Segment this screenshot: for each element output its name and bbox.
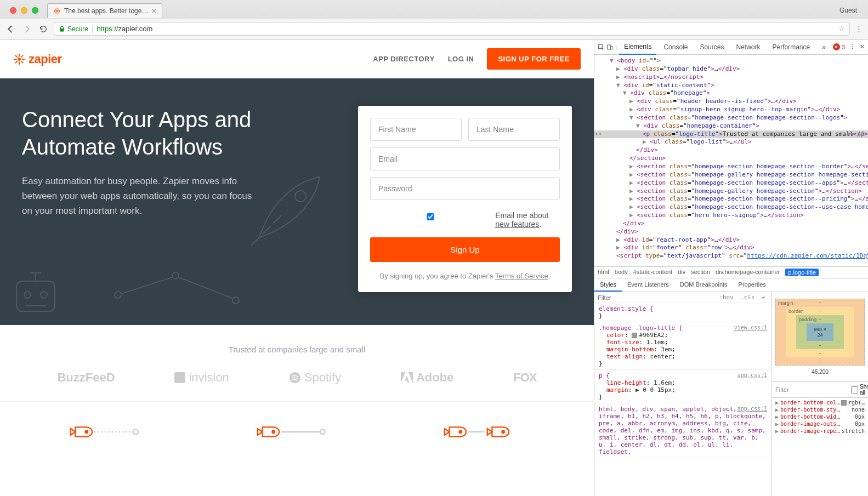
breadcrumb-item[interactable]: div.homepage-container: [716, 269, 780, 276]
close-window-button[interactable]: [10, 7, 16, 14]
devtools-tab-console[interactable]: Console: [659, 40, 693, 54]
styles-pane[interactable]: :hov .cls + element.style {} view.css:1.…: [594, 292, 772, 496]
dom-node[interactable]: ▶ <div class="header header--is-fixed">……: [594, 98, 868, 106]
maximize-window-button[interactable]: [32, 7, 38, 14]
inspect-element-icon[interactable]: [598, 43, 604, 52]
tab-close-button[interactable]: ×: [152, 7, 156, 15]
svg-point-30: [271, 430, 275, 434]
computed-property[interactable]: ▶border-image-repe…stretch: [772, 427, 868, 435]
styles-filter-input[interactable]: [598, 294, 716, 301]
password-input[interactable]: [370, 177, 560, 200]
nav-app-directory[interactable]: APP DIRECTORY: [373, 55, 434, 63]
dom-node[interactable]: ▶ <section class="homepage-section homep…: [594, 203, 868, 212]
computed-filter-input[interactable]: [775, 386, 851, 393]
brand-logo[interactable]: zapier: [13, 52, 62, 66]
dom-node[interactable]: •••<p class="logo-title">Trusted at comp…: [594, 130, 868, 139]
first-name-input[interactable]: [370, 118, 462, 141]
dom-node[interactable]: </section>: [594, 155, 868, 163]
dom-node[interactable]: ▶ <div class="topbar hide">…</div>: [594, 65, 868, 73]
computed-list[interactable]: ▶border-bottom-col…rgb(…▶border-bottom-s…: [772, 398, 868, 496]
address-bar[interactable]: Secure | https://zapier.com ☆: [54, 22, 850, 36]
dom-node[interactable]: ▶ <section class="homepage-section homep…: [594, 163, 868, 171]
dom-node[interactable]: ▼ <div id="static-content">: [594, 82, 868, 90]
svg-point-22: [115, 292, 121, 298]
breadcrumb-item[interactable]: body: [615, 269, 628, 276]
dom-node[interactable]: </div>: [594, 146, 868, 155]
dom-node[interactable]: ▶ <section class="homepage-gallery homep…: [594, 187, 868, 196]
dom-node[interactable]: ▶ <div id="react-root-app">…</div>: [594, 236, 868, 244]
dom-node[interactable]: ▼ <section class="homepage-section homep…: [594, 114, 868, 122]
styles-tabbar: StylesEvent ListenersDOM BreakpointsProp…: [594, 278, 868, 292]
devtools-tab-network[interactable]: Network: [731, 40, 765, 54]
device-toolbar-icon[interactable]: [606, 43, 613, 52]
breadcrumb-item[interactable]: p.logo-title: [785, 269, 819, 276]
bookmark-icon[interactable]: ☆: [838, 25, 845, 33]
back-button[interactable]: [5, 24, 15, 34]
devtools-close-icon[interactable]: ✕: [860, 43, 865, 50]
dom-node[interactable]: ▶ <section class="hero hero--signup">…</…: [594, 212, 868, 220]
styles-tab-properties[interactable]: Properties: [733, 278, 771, 292]
breadcrumb-item[interactable]: div: [678, 269, 685, 276]
dom-node[interactable]: ▶ <div class="signup-hero signup-hero--t…: [594, 106, 868, 114]
dom-node[interactable]: ▼ <div class="homepage-container">: [594, 122, 868, 130]
svg-rect-1: [56, 8, 57, 9]
logo-title: Trusted at companies large and small: [11, 345, 583, 354]
computed-property[interactable]: ▶border-image-outs…0px: [772, 420, 868, 427]
svg-point-21: [295, 191, 306, 202]
dom-node[interactable]: ▼ <div class="homepage">: [594, 89, 868, 98]
border-section: [0, 401, 594, 446]
dom-node[interactable]: ▶ <section class="homepage-gallery homep…: [594, 171, 868, 179]
devtools-tab-performance[interactable]: Performance: [767, 40, 815, 54]
forward-button[interactable]: [22, 24, 32, 34]
dom-node[interactable]: ▶ <section class="homepage-section homep…: [594, 179, 868, 187]
dom-node[interactable]: </div>: [594, 220, 868, 228]
add-rule-button[interactable]: +: [761, 294, 765, 301]
browser-chrome: The best apps. Better togethe × Guest Se…: [0, 0, 868, 39]
dom-node[interactable]: ▼ <body id="">: [594, 57, 868, 65]
breadcrumb-item[interactable]: #static-content: [633, 269, 673, 276]
nav-signup-button[interactable]: SIGN UP FOR FREE: [487, 48, 581, 70]
email-features-checkbox[interactable]: [370, 213, 491, 220]
svg-point-33: [458, 430, 462, 434]
elements-breadcrumb[interactable]: htmlbody#static-contentdivsectiondiv.hom…: [594, 266, 868, 278]
box-model[interactable]: margin- border- padding- 988 × 24 - - - …: [772, 292, 868, 382]
computed-property[interactable]: ▶border-bottom-col…rgb(…: [772, 399, 868, 406]
minimize-window-button[interactable]: [21, 7, 27, 14]
cls-toggle[interactable]: .cls: [740, 294, 755, 301]
breadcrumb-item[interactable]: html: [598, 269, 609, 276]
show-all-checkbox[interactable]: [851, 386, 858, 394]
last-name-input[interactable]: [468, 118, 560, 141]
dom-node[interactable]: <script type="text/javascript" src="http…: [594, 252, 868, 260]
browser-tab[interactable]: The best apps. Better togethe ×: [47, 3, 162, 18]
dom-node[interactable]: ▶ <noscript>…</noscript>: [594, 73, 868, 82]
new-features-link[interactable]: new features: [495, 220, 539, 229]
styles-tab-event-listeners[interactable]: Event Listeners: [622, 278, 674, 292]
profile-label[interactable]: Guest: [839, 7, 864, 14]
dom-node[interactable]: </div>: [594, 228, 868, 236]
dom-node[interactable]: ▶ <ul class="logo-list">…</ul>: [594, 138, 868, 146]
favicon-icon: [53, 7, 61, 15]
devtools-settings-icon[interactable]: ⋮: [849, 43, 855, 50]
error-badge[interactable]: ✕3: [833, 43, 845, 50]
dom-node[interactable]: ▶ <section class="homepage-section homep…: [594, 195, 868, 203]
menu-button[interactable]: ⋮: [855, 25, 863, 33]
elements-tree[interactable]: ▼ <body id="">▶ <div class="topbar hide"…: [594, 55, 868, 266]
devtools-tab-sources[interactable]: Sources: [695, 40, 729, 54]
reload-button[interactable]: [38, 24, 48, 34]
signup-card: Email me about new features. Sign Up By …: [358, 106, 572, 292]
devtools-tab-elements[interactable]: Elements: [619, 39, 656, 55]
trusted-section: Trusted at companies large and small Buz…: [0, 325, 594, 401]
styles-tab-dom-breakpoints[interactable]: DOM Breakpoints: [674, 278, 733, 292]
computed-property[interactable]: ▶border-bottom-wid…0px: [772, 413, 868, 420]
computed-property[interactable]: ▶border-bottom-sty…none: [772, 406, 868, 413]
hov-toggle[interactable]: :hov: [719, 294, 734, 301]
styles-tab-styles[interactable]: Styles: [594, 278, 622, 292]
hero-headline: Connect Your Apps and Automate Workflows: [22, 106, 263, 161]
signup-submit-button[interactable]: Sign Up: [370, 237, 560, 262]
email-input[interactable]: [370, 147, 560, 170]
dom-node[interactable]: ▶ <div id="footer" class="row">…</div>: [594, 244, 868, 252]
nav-login[interactable]: LOG IN: [448, 55, 474, 63]
tos-link[interactable]: Terms of Service: [495, 272, 548, 280]
devtools-tabs-more[interactable]: »: [817, 40, 831, 54]
breadcrumb-item[interactable]: section: [691, 269, 710, 276]
